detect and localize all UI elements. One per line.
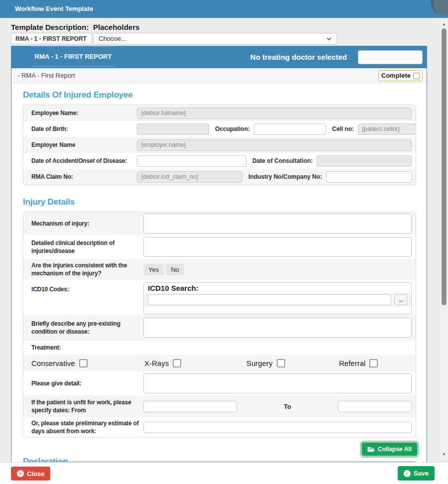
report-header-row[interactable]: - RMA - First Report Complete bbox=[11, 68, 427, 83]
complete-box: Complete bbox=[378, 70, 423, 81]
collapse-all-button[interactable]: Collapse All bbox=[362, 443, 417, 456]
clinical-description-row: Detailed clinical description of injurie… bbox=[23, 235, 416, 259]
clinical-description-textarea[interactable] bbox=[143, 237, 412, 257]
preexisting-row: Briefly describe any pre-existing condit… bbox=[23, 315, 416, 341]
placeholders-selected-value: Choose... bbox=[99, 35, 327, 42]
unfit-dates-label: If the patient is unfit for work, please… bbox=[31, 398, 143, 414]
estimate-label: Or, please state preliminary estimate of… bbox=[31, 419, 143, 435]
collapse-all-label: Collapse All bbox=[378, 446, 412, 453]
close-button[interactable]: ✕ Close bbox=[11, 467, 50, 481]
chevron-down-icon bbox=[327, 37, 332, 40]
employee-section-heading: Details Of Injured Employee bbox=[23, 90, 418, 100]
unfit-to-input[interactable] bbox=[338, 401, 412, 412]
to-label: To bbox=[237, 403, 338, 410]
treatment-option: Conservative bbox=[31, 359, 144, 367]
yes-button[interactable]: Yes bbox=[143, 264, 164, 275]
industry-no-input[interactable] bbox=[326, 171, 412, 183]
consultation-date-label: Date of Consultation: bbox=[252, 157, 313, 164]
template-description-input[interactable] bbox=[11, 33, 92, 44]
dob-row: Date of Birth: Occupation: Cell no: bbox=[23, 121, 416, 137]
no-button[interactable]: No bbox=[166, 264, 184, 275]
treatment-option: Surgery bbox=[246, 359, 339, 367]
detail-textarea[interactable] bbox=[143, 373, 412, 393]
referral-label: Referral bbox=[339, 359, 365, 367]
dialog-title: Workflow Event Template bbox=[0, 0, 448, 18]
icd10-box-padding bbox=[144, 307, 411, 314]
injuries-consistent-row: Are the injuries consistent with the mec… bbox=[23, 259, 416, 280]
xrays-checkbox[interactable] bbox=[173, 359, 181, 367]
save-check-icon: ✓ bbox=[404, 470, 411, 477]
icd10-search-box: ICD10 Search: ... bbox=[143, 282, 412, 314]
accident-date-label: Date of Accident/Onset of Disease: bbox=[31, 157, 137, 164]
complete-checkbox[interactable] bbox=[413, 73, 420, 79]
report-body: Details Of Injured Employee Employee Nam… bbox=[11, 83, 427, 463]
event-date-group bbox=[358, 50, 423, 64]
injury-section-heading: Injury Details bbox=[23, 197, 418, 207]
occupation-input[interactable] bbox=[254, 123, 326, 135]
scroll-down-button[interactable]: ▼ bbox=[440, 451, 448, 458]
surgery-checkbox[interactable] bbox=[277, 359, 285, 367]
employer-name-input bbox=[137, 139, 412, 151]
icd10-search-label: ICD10 Search: bbox=[144, 283, 411, 293]
accident-date-input[interactable] bbox=[137, 155, 246, 167]
dialog-footer: ✕ Close ✓ Save bbox=[0, 462, 448, 484]
conservative-label: Conservative bbox=[31, 359, 75, 367]
treatment-options-grid: Conservative X-Rays Surgery Referra bbox=[31, 359, 412, 367]
report-header-label: - RMA - First Report bbox=[17, 72, 75, 79]
unfit-dates-row: If the patient is unfit for work, please… bbox=[23, 395, 416, 417]
detail-label: Please give detail: bbox=[31, 379, 143, 387]
dob-input bbox=[137, 123, 209, 135]
claim-no-label: RMA Claim No: bbox=[31, 173, 137, 180]
template-description-label: Template Description: bbox=[11, 23, 89, 31]
mechanism-label: Mechanism of injury: bbox=[31, 220, 143, 228]
close-circle-icon: ✕ bbox=[17, 470, 24, 477]
icd10-search-input[interactable] bbox=[148, 294, 391, 305]
employee-name-input bbox=[137, 108, 412, 119]
folder-open-icon bbox=[367, 446, 375, 453]
treatment-label-row: Treatment: bbox=[23, 341, 416, 355]
save-button[interactable]: ✓ Save bbox=[398, 466, 435, 481]
cell-no-label: Cell no: bbox=[332, 125, 354, 132]
employee-name-row: Employee Name: bbox=[23, 105, 416, 121]
xrays-label: X-Rays bbox=[144, 359, 169, 367]
estimate-input[interactable] bbox=[143, 422, 412, 433]
event-date-input[interactable] bbox=[358, 51, 423, 64]
injury-group-box: Mechanism of injury: Detailed clinical d… bbox=[23, 212, 416, 438]
employer-name-label: Employer Name bbox=[31, 141, 137, 148]
dialog-titlebar: Workflow Event Template bbox=[0, 0, 448, 18]
occupation-label: Occupation: bbox=[215, 125, 250, 132]
icd10-more-button[interactable]: ... bbox=[394, 294, 407, 305]
preexisting-textarea[interactable] bbox=[143, 318, 412, 338]
complete-label: Complete bbox=[381, 68, 411, 83]
mechanism-row: Mechanism of injury: bbox=[23, 212, 416, 235]
workflow-event-template-dialog: Workflow Event Template Template Descrip… bbox=[0, 0, 448, 484]
treatment-options-row: Conservative X-Rays Surgery Referra bbox=[23, 355, 416, 371]
consultation-date-input bbox=[317, 155, 412, 167]
treatment-label: Treatment: bbox=[31, 344, 143, 352]
close-label: Close bbox=[27, 470, 44, 478]
claim-no-row: RMA Claim No: Industry No/Company No: bbox=[23, 169, 416, 185]
save-label: Save bbox=[414, 470, 429, 477]
scrollbar-thumb[interactable] bbox=[442, 28, 447, 305]
scroll-up-button[interactable]: ▲ bbox=[440, 21, 448, 28]
tab-rma-first-report[interactable]: RMA - 1 - FIRST REPORT bbox=[30, 46, 116, 67]
scrollbar-track[interactable]: ▲ ▼ bbox=[440, 20, 448, 460]
placeholders-select[interactable]: Choose... bbox=[93, 33, 337, 44]
employer-name-row: Employer Name bbox=[23, 137, 416, 153]
unfit-from-input[interactable] bbox=[143, 401, 237, 412]
employee-group-box: Employee Name: Date of Birth: Occupation… bbox=[23, 105, 416, 185]
icd10-codes-label: ICD10 Codes: bbox=[31, 282, 143, 293]
referral-checkbox[interactable] bbox=[369, 359, 378, 367]
injuries-consistent-label: Are the injuries consistent with the mec… bbox=[31, 261, 143, 277]
detail-row: Please give detail: bbox=[23, 371, 416, 395]
treatment-option: Referral bbox=[339, 359, 378, 367]
conservative-checkbox[interactable] bbox=[79, 359, 88, 367]
treatment-option: X-Rays bbox=[144, 359, 246, 367]
placeholders-label: Placeholders bbox=[93, 23, 139, 31]
estimate-row: Or, please state preliminary estimate of… bbox=[23, 417, 416, 437]
employee-name-label: Employee Name: bbox=[31, 110, 137, 117]
mechanism-textarea[interactable] bbox=[143, 214, 412, 234]
accident-date-row: Date of Accident/Onset of Disease: Date … bbox=[23, 153, 416, 169]
industry-no-label: Industry No/Company No: bbox=[248, 173, 322, 180]
cell-no-input bbox=[358, 123, 416, 135]
